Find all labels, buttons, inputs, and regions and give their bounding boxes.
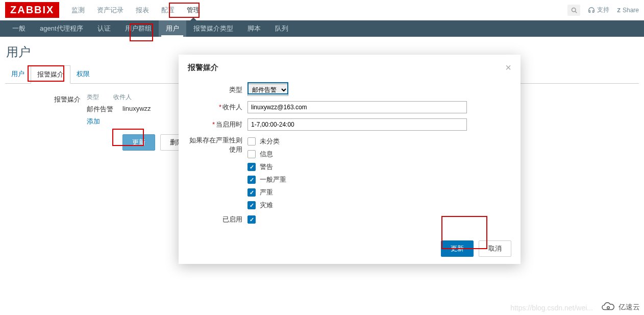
tab-user[interactable]: 用户 [5,65,31,83]
tab-media[interactable]: 报警媒介 [31,65,70,84]
svg-point-2 [607,307,610,309]
header-recipient: 收件人 [113,93,132,102]
label-type: 类型 [189,85,247,94]
subnav-scripts[interactable]: 脚本 [240,20,268,37]
checkbox-info[interactable] [247,150,256,158]
subnav-general[interactable]: 一般 [5,20,33,37]
nav-monitoring[interactable]: 监测 [65,1,91,20]
subnav-auth[interactable]: 认证 [90,20,118,37]
cloud-icon [601,302,616,312]
modal-update-button[interactable]: 更新 [441,240,474,257]
recipient-input[interactable] [247,101,467,113]
type-select[interactable]: 邮件告警 [247,84,288,96]
search-button[interactable] [567,5,580,16]
tab-permissions[interactable]: 权限 [70,65,96,83]
subnav-usergroups[interactable]: 用户群组 [118,20,159,37]
label-when-active: *当启用时 [189,120,247,129]
when-active-input[interactable] [247,118,467,131]
headset-icon [588,7,595,14]
severity-average: 一般严重 [260,175,286,184]
label-enabled: 已启用 [189,215,247,224]
top-menu: 监测 资产记录 报表 配置 管理 [65,1,206,20]
svg-point-0 [572,8,576,12]
bottom-badge: 亿速云 [601,302,640,312]
modal-cancel-button[interactable]: 取消 [479,240,511,257]
nav-reports[interactable]: 报表 [130,1,155,20]
support-label: 支持 [597,6,609,14]
share-label: Share [623,7,639,14]
add-link[interactable]: 添加 [87,117,151,126]
header-type: 类型 [87,93,99,102]
nav-admin[interactable]: 管理 [181,1,206,20]
checkbox-average[interactable] [247,176,256,184]
label-severity: 如果存在严重性则使用 [189,136,247,154]
severity-info: 信息 [260,150,273,159]
subnav-mediatypes[interactable]: 报警媒介类型 [186,20,240,37]
logo[interactable]: ZABBIX [5,2,59,18]
subnav-agent[interactable]: agent代理程序 [33,20,90,37]
cell-recipient: linuxywzz [122,105,151,114]
close-icon[interactable]: × [505,62,511,74]
checkbox-high[interactable] [247,188,256,197]
checkbox-unclassified[interactable] [247,137,256,146]
checkbox-warning[interactable] [247,163,256,171]
checkbox-enabled[interactable] [247,215,256,224]
subnav-users[interactable]: 用户 [159,20,186,37]
svg-line-1 [575,11,577,13]
table-row: 邮件告警 linuxywzz [87,105,151,114]
watermark: https://blog.csdn.net/wei... [510,304,593,312]
update-button[interactable]: 更新 [122,134,155,151]
nav-inventory[interactable]: 资产记录 [91,1,130,20]
share-link[interactable]: Z Share [617,7,639,14]
label-recipient: *收件人 [189,103,247,112]
subnav-queue[interactable]: 队列 [268,20,295,37]
top-right: 支持 Z Share [567,5,639,16]
top-nav: ZABBIX 监测 资产记录 报表 配置 管理 支持 Z Share [0,0,644,20]
modal-title: 报警媒介 [188,63,218,72]
support-link[interactable]: 支持 [588,6,609,14]
share-icon: Z [617,7,621,13]
severity-high: 严重 [260,188,273,197]
search-icon [571,7,577,13]
media-modal: 报警媒介 × 类型 邮件告警 *收件人 *当启用时 如果存在严重性则使用 未分类… [179,55,521,264]
sub-nav: 一般 agent代理程序 认证 用户群组 用户 报警媒介类型 脚本 队列 [0,20,644,37]
cell-type: 邮件告警 [87,105,113,114]
severity-warning: 警告 [260,162,273,172]
severity-unclassified: 未分类 [260,137,280,146]
severity-disaster: 灾难 [260,201,273,210]
modal-header: 报警媒介 × [179,55,521,81]
nav-config[interactable]: 配置 [155,1,181,20]
media-section-label: 报警媒介 [26,93,87,104]
checkbox-disaster[interactable] [247,201,256,209]
